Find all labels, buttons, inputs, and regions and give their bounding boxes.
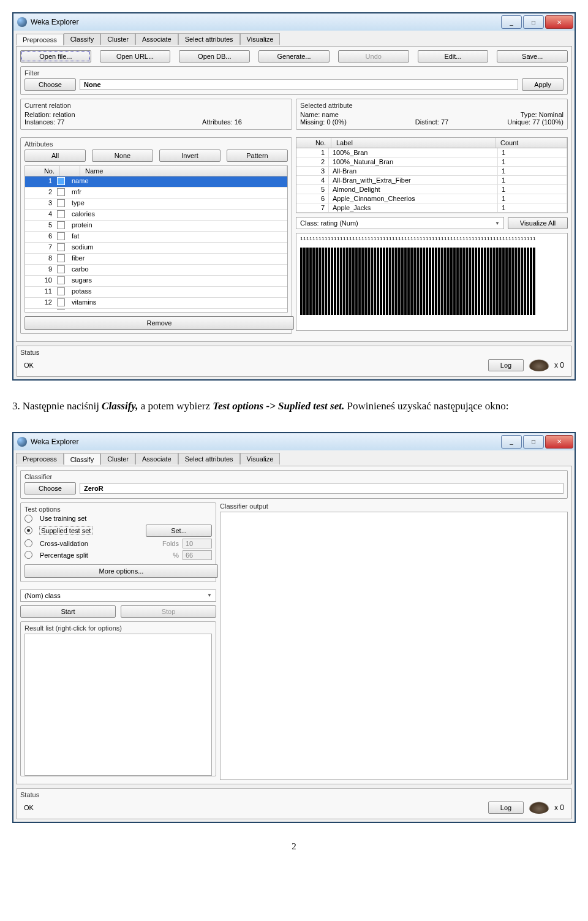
maximize-button[interactable]: □ bbox=[523, 435, 544, 449]
test-options-group: Test options Use training set Supplied t… bbox=[20, 502, 216, 582]
main-tabs: PreprocessClassifyClusterAssociateSelect… bbox=[16, 453, 572, 464]
generate-button[interactable]: Generate... bbox=[258, 50, 330, 63]
close-button[interactable]: ✕ bbox=[545, 15, 573, 29]
value-row[interactable]: 1100%_Bran1 bbox=[296, 148, 567, 157]
maximize-button[interactable]: □ bbox=[523, 15, 544, 29]
cross-validation-radio[interactable]: Cross-validation Folds 10 bbox=[24, 539, 212, 548]
percentage-input[interactable]: 66 bbox=[183, 550, 212, 560]
tab-preprocess[interactable]: Preprocess bbox=[16, 34, 64, 45]
tab-cluster[interactable]: Cluster bbox=[100, 33, 135, 45]
value-row[interactable]: 2100%_Natural_Bran1 bbox=[296, 157, 567, 167]
attribute-row[interactable]: 9carbo bbox=[25, 265, 287, 276]
open-db-button[interactable]: Open DB... bbox=[179, 50, 250, 63]
tab-visualize[interactable]: Visualize bbox=[240, 453, 281, 464]
attribute-row[interactable]: 10sugars bbox=[25, 276, 287, 287]
values-table: No. Label Count 1100%_Bran12100%_Natural… bbox=[296, 137, 568, 213]
attr-all-button[interactable]: All bbox=[24, 150, 86, 162]
supplied-test-set-radio[interactable]: Supplied test set Set... bbox=[24, 525, 212, 537]
class-attribute-selector[interactable]: (Nom) class▼ bbox=[20, 589, 216, 602]
value-row[interactable]: 6Apple_Cinnamon_Cheerios1 bbox=[296, 194, 567, 203]
close-button[interactable]: ✕ bbox=[545, 435, 573, 449]
page-number: 2 bbox=[12, 841, 576, 852]
attribute-row[interactable]: 12vitamins bbox=[25, 298, 287, 309]
status-text: OK bbox=[24, 804, 483, 811]
classifier-group: Classifier Choose ZeroR bbox=[20, 470, 568, 499]
log-button[interactable]: Log bbox=[488, 359, 524, 371]
result-list-group: Result list (right-click for options) bbox=[20, 621, 216, 776]
attributes-table: No. Name 1name2mfr3type4calories5protein… bbox=[24, 165, 288, 313]
attr-none-button[interactable]: None bbox=[92, 150, 153, 162]
tab-select-attributes[interactable]: Select attributes bbox=[178, 453, 240, 464]
classifier-choose-button[interactable]: Choose bbox=[24, 482, 76, 495]
attributes-group: Attributes AllNoneInvertPattern No. Name… bbox=[20, 137, 292, 334]
attr-pattern-button[interactable]: Pattern bbox=[227, 150, 288, 162]
minimize-button[interactable]: _ bbox=[501, 15, 522, 29]
attribute-row[interactable]: 7sodium bbox=[25, 243, 287, 254]
status-group: Status OK Log x 0 bbox=[16, 346, 572, 377]
log-button[interactable]: Log bbox=[488, 802, 524, 814]
filter-group: Filter Choose None Apply bbox=[20, 66, 568, 95]
value-row[interactable]: 3All-Bran1 bbox=[296, 167, 567, 176]
start-button[interactable]: Start bbox=[20, 605, 116, 618]
remove-button[interactable]: Remove bbox=[24, 316, 294, 330]
window-title: Weka Explorer bbox=[31, 438, 501, 446]
weka-explorer-preprocess: Weka Explorer _ □ ✕ PreprocessClassifyCl… bbox=[12, 12, 576, 381]
attribute-row[interactable]: 13shelf bbox=[25, 309, 287, 310]
attribute-row[interactable]: 3type bbox=[25, 199, 287, 210]
value-row[interactable]: 4All-Bran_with_Extra_Fiber1 bbox=[296, 176, 567, 185]
undobutton: Undo bbox=[338, 50, 409, 63]
open-file-button[interactable]: Open file... bbox=[20, 50, 91, 63]
title-bar[interactable]: Weka Explorer _ □ ✕ bbox=[13, 13, 575, 31]
attribute-row[interactable]: 5protein bbox=[25, 221, 287, 232]
weka-bird-icon bbox=[529, 802, 549, 814]
tab-associate[interactable]: Associate bbox=[135, 33, 178, 45]
selected-attribute-group: Selected attribute Name: name Type: Nomi… bbox=[296, 99, 568, 130]
percentage-split-radio[interactable]: Percentage split % 66 bbox=[24, 550, 212, 560]
chevron-down-icon: ▼ bbox=[207, 593, 212, 598]
file-toolbar: Open file...Open URL...Open DB...Generat… bbox=[20, 50, 568, 63]
use-training-set-radio[interactable]: Use training set bbox=[24, 515, 212, 523]
attr-invert-button[interactable]: Invert bbox=[159, 150, 221, 162]
status-count: x 0 bbox=[554, 361, 564, 370]
filter-choose-button[interactable]: Choose bbox=[24, 78, 76, 91]
current-relation-group: Current relation Relation: relation Inst… bbox=[20, 99, 292, 130]
folds-input[interactable]: 10 bbox=[183, 539, 212, 548]
visualize-all-button[interactable]: Visualize All bbox=[508, 217, 568, 229]
histogram-panel: 1111111111111111111111111111111111111111… bbox=[296, 233, 568, 331]
tab-preprocess[interactable]: Preprocess bbox=[16, 453, 64, 464]
status-group: Status OK Log x 0 bbox=[16, 788, 572, 819]
classifier-value[interactable]: ZeroR bbox=[80, 483, 564, 494]
filter-apply-button[interactable]: Apply bbox=[522, 78, 564, 91]
filter-value[interactable]: None bbox=[80, 79, 518, 90]
tab-cluster[interactable]: Cluster bbox=[100, 453, 135, 464]
tab-classify[interactable]: Classify bbox=[64, 33, 101, 45]
attribute-row[interactable]: 11potass bbox=[25, 287, 287, 298]
title-bar[interactable]: Weka Explorer _ □ ✕ bbox=[13, 433, 575, 450]
result-list[interactable] bbox=[24, 634, 212, 776]
status-count: x 0 bbox=[554, 803, 564, 812]
instruction-paragraph: 3.Następnie naciśnij Classify, a potem w… bbox=[12, 399, 576, 414]
minimize-button[interactable]: _ bbox=[501, 435, 522, 449]
attribute-row[interactable]: 2mfr bbox=[25, 188, 287, 199]
tab-select-attributes[interactable]: Select attributes bbox=[178, 33, 240, 45]
weka-explorer-classify: Weka Explorer _ □ ✕ PreprocessClassifyCl… bbox=[12, 432, 576, 823]
attribute-row[interactable]: 6fat bbox=[25, 232, 287, 243]
set-test-set-button[interactable]: Set... bbox=[146, 525, 212, 537]
tab-visualize[interactable]: Visualize bbox=[240, 33, 281, 45]
open-url-button[interactable]: Open URL... bbox=[100, 50, 171, 63]
more-options-button[interactable]: More options... bbox=[24, 564, 218, 578]
weka-icon bbox=[17, 437, 27, 447]
tab-classify[interactable]: Classify bbox=[64, 453, 101, 465]
attribute-row[interactable]: 4calories bbox=[25, 210, 287, 221]
attribute-row[interactable]: 8fiber bbox=[25, 254, 287, 265]
save-button[interactable]: Save... bbox=[497, 50, 568, 63]
edit-button[interactable]: Edit... bbox=[418, 50, 489, 63]
class-selector[interactable]: Class: rating (Num)▼ bbox=[296, 217, 504, 229]
stop-button[interactable]: Stop bbox=[121, 605, 216, 618]
value-row[interactable]: 7Apple_Jacks1 bbox=[296, 203, 567, 213]
value-row[interactable]: 5Almond_Delight1 bbox=[296, 185, 567, 194]
tab-associate[interactable]: Associate bbox=[135, 453, 178, 464]
chevron-down-icon: ▼ bbox=[495, 221, 500, 226]
attribute-row[interactable]: 1name bbox=[25, 176, 287, 188]
classifier-output[interactable] bbox=[220, 512, 568, 780]
